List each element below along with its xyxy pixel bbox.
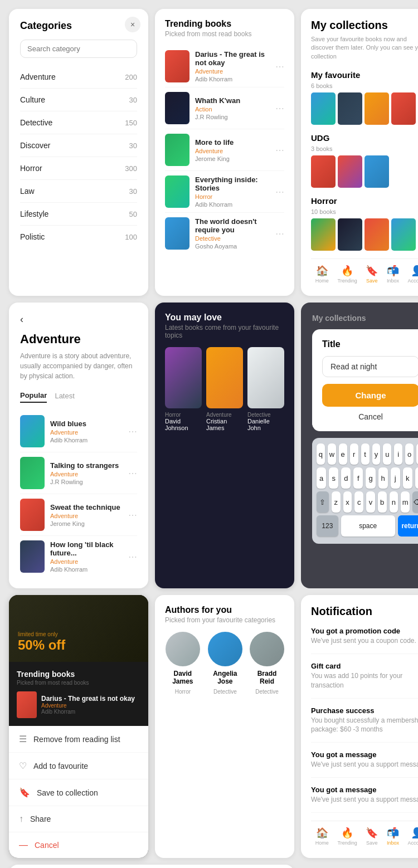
nav-label: Save [366, 840, 378, 846]
remove-reading-list-action[interactable]: ☰ Remove from reading list [9, 726, 148, 753]
nav-home[interactable]: 🏠 Home [315, 827, 329, 846]
share-action[interactable]: ↑ Share [9, 806, 148, 832]
author-item[interactable]: Angelia Jose Detective [207, 632, 243, 695]
more-icon[interactable]: ⋯ [275, 228, 284, 239]
book-item[interactable]: Wild blues Adventure Adib Khorram ⋯ [20, 411, 137, 452]
key-t[interactable]: t [361, 443, 370, 465]
search-input[interactable] [20, 40, 137, 58]
backspace-key[interactable]: ⌫ [412, 491, 418, 513]
book-cover [165, 50, 189, 82]
bottom-sheet: limited time only 50% off Trending books… [9, 595, 148, 858]
may-love-book[interactable]: Detective Danielle John [247, 347, 284, 431]
key-e[interactable]: e [339, 443, 347, 465]
key-w[interactable]: w [328, 443, 336, 465]
key-m[interactable]: m [401, 491, 410, 513]
book-cover [20, 540, 45, 573]
more-icon[interactable]: ⋯ [275, 187, 284, 197]
tab-popular[interactable]: Popular [20, 389, 47, 403]
key-v[interactable]: v [366, 491, 375, 513]
key-s[interactable]: s [329, 467, 338, 489]
close-button[interactable]: × [125, 17, 140, 32]
nav-trending[interactable]: 🔥 Trending [337, 827, 357, 846]
more-icon[interactable]: ⋯ [275, 145, 284, 155]
key-u[interactable]: u [383, 443, 391, 465]
nav-account[interactable]: 👤 Account [408, 265, 418, 284]
book-item[interactable]: Everything inside: Stories Horror Adib K… [165, 171, 284, 213]
save-collection-action[interactable]: 🔖 Save to collection [9, 779, 148, 806]
book-info: Talking to strangers Adventure J.R Rowli… [50, 461, 123, 485]
nav-trending[interactable]: 🔥 Trending [337, 265, 357, 284]
key-i[interactable]: i [394, 443, 402, 465]
key-x[interactable]: x [343, 491, 352, 513]
book-genre: Action [195, 106, 270, 113]
cancel-action[interactable]: — Cancel [9, 832, 148, 858]
add-favourite-action[interactable]: ♡ Add to favourite [9, 753, 148, 779]
may-love-book[interactable]: Adventure Cristian James [206, 347, 243, 431]
key-b[interactable]: b [378, 491, 387, 513]
key-o[interactable]: o [405, 443, 414, 465]
nav-save[interactable]: 🔖 Save [366, 827, 378, 846]
category-item[interactable]: Detective 150 [20, 111, 137, 134]
key-y[interactable]: y [372, 443, 381, 465]
book-author: Adib Khorram [195, 201, 270, 208]
key-n[interactable]: n [390, 491, 398, 513]
nav-inbox[interactable]: 📬 Inbox [387, 265, 399, 284]
book-genre: Horror [195, 193, 270, 200]
book-genre: Adventure [50, 558, 123, 565]
more-icon[interactable]: ⋯ [128, 468, 137, 479]
category-item[interactable]: Horror 300 [20, 157, 137, 180]
more-icon[interactable]: ⋯ [128, 426, 137, 437]
author-item[interactable]: Bradd Reid Detective [250, 632, 284, 695]
may-love-book[interactable]: Horror David Johnson [165, 347, 202, 431]
key-a[interactable]: a [317, 467, 326, 489]
book-item[interactable]: Darius - The great is not okay Adventure… [165, 46, 284, 87]
space-key[interactable]: space [341, 515, 395, 537]
key-c[interactable]: c [354, 491, 363, 513]
cancel-link[interactable]: Cancel [322, 412, 418, 421]
key-r[interactable]: r [350, 443, 358, 465]
category-item[interactable]: Law 30 [20, 180, 137, 203]
key-q[interactable]: q [317, 443, 325, 465]
num-key[interactable]: 123 [317, 515, 338, 537]
category-item[interactable]: Culture 30 [20, 89, 137, 111]
nav-inbox[interactable]: 📬 Inbox [387, 827, 399, 846]
author-item[interactable]: David James Horror [165, 632, 201, 695]
nav-home[interactable]: 🏠 Home [315, 265, 329, 284]
category-item[interactable]: Lifestyle 50 [20, 203, 137, 226]
book-item[interactable]: Talking to strangers Adventure J.R Rowli… [20, 452, 137, 494]
notification-item: Gift card You was add 10 points for your… [311, 662, 418, 699]
back-button[interactable]: ‹ [20, 314, 137, 325]
key-d[interactable]: d [341, 467, 351, 489]
mini-book-cover [391, 218, 416, 251]
category-item[interactable]: Adventure 200 [20, 66, 137, 89]
more-icon[interactable]: ⋯ [275, 61, 284, 72]
tab-latest[interactable]: Latest [55, 389, 74, 403]
more-icon[interactable]: ⋯ [128, 552, 137, 562]
book-item[interactable]: More to life Adventure Jerome King ⋯ [165, 129, 284, 171]
key-j[interactable]: j [391, 467, 400, 489]
key-l[interactable]: l [415, 467, 418, 489]
more-icon[interactable]: ⋯ [275, 103, 284, 114]
book-item[interactable]: The world doesn't require you Detective … [165, 213, 284, 254]
collection-books [311, 155, 418, 188]
category-item[interactable]: Polistic 100 [20, 226, 137, 248]
notification-title: Notification [311, 605, 372, 618]
shift-key[interactable]: ⇧ [317, 491, 329, 513]
key-f[interactable]: f [353, 467, 363, 489]
key-h[interactable]: h [378, 467, 388, 489]
key-z[interactable]: z [332, 491, 341, 513]
return-key[interactable]: return [398, 515, 418, 537]
nav-save[interactable]: 🔖 Save [366, 265, 378, 284]
collection-name-input[interactable] [322, 356, 418, 377]
book-item[interactable]: Whath K'wan Action J.R Rowling ⋯ [165, 87, 284, 129]
trending-book-dark[interactable]: Darius - The great is not okay Adventure… [17, 691, 140, 718]
key-g[interactable]: g [366, 467, 375, 489]
category-item[interactable]: Discover 30 [20, 134, 137, 157]
nav-label: Account [408, 840, 418, 846]
key-k[interactable]: k [403, 467, 412, 489]
book-item[interactable]: Sweat the technique Adventure Jerome Kin… [20, 494, 137, 536]
change-button[interactable]: Change [322, 384, 418, 407]
more-icon[interactable]: ⋯ [128, 510, 137, 520]
book-item[interactable]: How long 'til black future... Adventure … [20, 536, 137, 577]
nav-account[interactable]: 👤 Account [408, 827, 418, 846]
